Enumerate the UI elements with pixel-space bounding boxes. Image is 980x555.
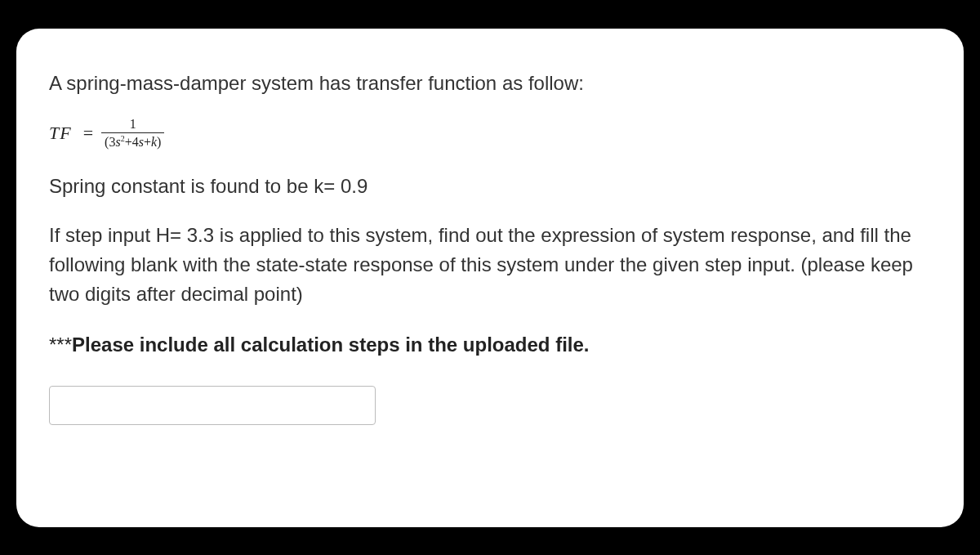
spring-constant-text: Spring constant is found to be k= 0.9 <box>49 172 931 201</box>
step-input-paragraph: If step input H= 3.3 is applied to this … <box>49 221 931 309</box>
tf-lhs: TF <box>49 123 72 144</box>
fraction-numerator: 1 <box>127 117 140 132</box>
note-bold-text: Please include all calculation steps in … <box>72 333 590 356</box>
fraction-denominator: (3s2+4s+k) <box>101 132 164 150</box>
note-stars: *** <box>49 333 72 356</box>
intro-text: A spring-mass-damper system has transfer… <box>49 69 931 98</box>
equals-sign: = <box>83 123 93 144</box>
answer-input[interactable] <box>49 386 376 425</box>
transfer-function-equation: TF = 1 (3s2+4s+k) <box>49 117 931 150</box>
upload-note: ***Please include all calculation steps … <box>49 330 931 360</box>
fraction: 1 (3s2+4s+k) <box>101 117 164 150</box>
question-card: A spring-mass-damper system has transfer… <box>16 29 964 527</box>
